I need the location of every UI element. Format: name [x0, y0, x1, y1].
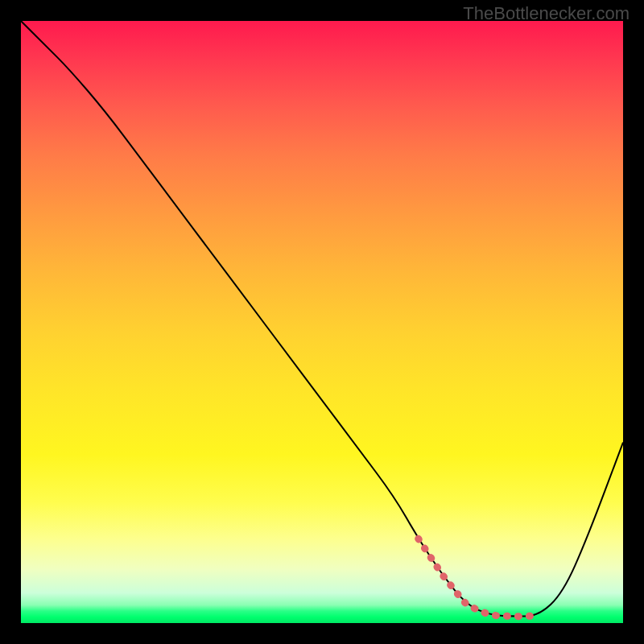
- optimal-range-marker: [419, 539, 539, 616]
- chart-plot-area: [21, 21, 623, 623]
- bottleneck-curve: [21, 21, 623, 617]
- chart-svg: [21, 21, 623, 623]
- watermark: TheBottlenecker.com: [463, 3, 630, 24]
